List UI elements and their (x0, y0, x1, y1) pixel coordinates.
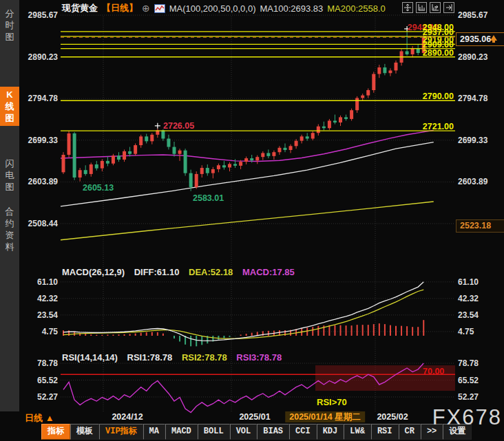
toolbar-item-[interactable]: 模板 (70, 424, 99, 440)
swing-high-annotation: 2726.05 (163, 121, 194, 131)
axis-label-right: 2794.78 (458, 94, 498, 103)
toolbar-item-macd[interactable]: MACD (165, 424, 198, 440)
sidebar-tab-char: 料 (0, 241, 19, 252)
sidebar-tab-char: K (0, 89, 19, 100)
axis-label-right: 2985.67 (458, 10, 498, 20)
svg-text:2890.00: 2890.00 (423, 48, 454, 58)
axis-label-left: 2603.89 (18, 177, 58, 186)
axis-label-left: 78.78 (18, 358, 58, 368)
brand-watermark: FX678 (432, 405, 502, 430)
toolbar-item-cr[interactable]: CR (399, 424, 421, 440)
macd-diff: DIFF:61.10 (134, 267, 180, 277)
sidebar-tab-char: 闪 (0, 158, 19, 169)
axis-label-right: 52.27 (458, 392, 498, 402)
axis-label-left: 23.54 (18, 310, 58, 320)
toolbar-item-cci[interactable]: CCI (289, 424, 317, 440)
time-tick: 2025/02 (377, 412, 408, 422)
rsi2-value: RSI2:78.78 (182, 352, 227, 363)
axis-label-left: 52.27 (18, 392, 58, 402)
macd-header: MACD(26,12,9) DIFF:61.10 DEA:52.18 MACD:… (62, 267, 302, 277)
sidebar: 分时图K线图闪电图合约资料 (0, 0, 19, 411)
axis-label-left: 2794.78 (18, 94, 58, 103)
sidebar-tab-char: 时 (0, 19, 19, 31)
axis-label-left: 42.32 (18, 294, 58, 303)
symbol-name: 现货黄金 (62, 2, 98, 14)
period-label[interactable]: 【日线】 (102, 2, 138, 14)
rsi-header: RSI(14,14,14) RSI1:78.78 RSI2:78.78 RSI3… (62, 352, 288, 363)
sidebar-tab-char: 资 (0, 229, 19, 241)
chart-legend: 现货黄金 【日线】 ⊕ MA(100,200,50,0,0,0) MA100:2… (62, 2, 386, 14)
axis-label-left: 2890.23 (18, 52, 58, 62)
sidebar-tab-char: 电 (0, 169, 19, 181)
macd-title: MACD(26,12,9) (62, 267, 125, 277)
price-alert-marker-icon[interactable] (490, 35, 497, 41)
sidebar-tab-char: 分 (0, 8, 19, 19)
pan-tool-icon[interactable] (402, 2, 413, 13)
axis-label-left: 65.52 (18, 376, 58, 385)
axis-label-right: 65.52 (458, 376, 498, 385)
axis-label-right: 2603.89 (458, 177, 498, 186)
toolbar-item-boll[interactable]: BOLL (198, 424, 230, 440)
rsi1-value: RSI1:78.78 (127, 352, 173, 363)
period-selector[interactable]: 日线 ▲ (25, 412, 54, 424)
svg-text:2721.00: 2721.00 (423, 122, 454, 131)
axis-label-left: 4.75 (18, 327, 58, 336)
axis-label-right: 78.78 (458, 358, 498, 368)
axis-label-right: 4.75 (458, 327, 498, 336)
toolbar-item-lw[interactable]: LW& (344, 424, 371, 440)
axis-label-right: 2699.33 (458, 136, 498, 145)
rsi-overbought-note: RSI>70 (317, 397, 347, 407)
sidebar-tab-char: 合 (0, 206, 19, 217)
toolbar-item-[interactable]: 指标 (41, 424, 70, 440)
scale-axis-right-icon[interactable] (430, 2, 441, 13)
snap-to-right-icon[interactable] (443, 2, 454, 13)
sidebar-tab-2[interactable]: K线图 (0, 87, 19, 126)
swing-low-annotation-2: 2583.01 (193, 193, 224, 203)
rsi3-value: RSI3:78.78 (236, 352, 282, 363)
svg-text:2790.00: 2790.00 (423, 92, 454, 101)
add-indicator-icon[interactable]: ⊕ (142, 3, 150, 14)
rsi-threshold-label: 70.00 (423, 367, 444, 376)
sidebar-tab-char: 图 (0, 31, 19, 43)
toolbar-item-rsi[interactable]: RSI (371, 424, 399, 440)
sidebar-tab-char: 约 (0, 217, 19, 229)
axis-label-left: 2508.44 (18, 219, 58, 228)
toolbar-item-bias[interactable]: BIAS (257, 424, 289, 440)
time-tick: 2024/12 (112, 412, 143, 422)
rsi-title: RSI(14,14,14) (62, 352, 118, 363)
ma200-value: MA200:2558.0 (327, 3, 386, 14)
time-axis: 日线 ▲ 2025/01/14 星期二 2024/122025/012025/0… (0, 412, 504, 423)
alert-price-box: 2523.18 (456, 219, 504, 233)
toolbar-item-vip[interactable]: VIP指标 (99, 424, 143, 440)
swing-low-annotation-1: 2605.13 (83, 183, 114, 193)
selected-date-label: 2025/01/14 星期二 (285, 411, 365, 422)
axis-label-left: 2699.33 (18, 136, 58, 145)
trading-app-window: 2948.002948.002937.002919.002909.002890.… (0, 0, 504, 441)
indicator-toolbar: 指标模板VIP指标MAMACDBOLLVOLBIASCCIKDJLW&RSICR… (41, 424, 472, 440)
axis-label-right: 23.54 (458, 310, 498, 320)
macd-value: MACD:17.85 (242, 267, 295, 277)
toolbar-item-kdj[interactable]: KDJ (317, 424, 344, 440)
axis-label-right: 2890.23 (458, 52, 498, 62)
toolbar-item-vol[interactable]: VOL (230, 424, 258, 440)
chart-window-controls (402, 2, 454, 13)
toolbar-item-ma[interactable]: MA (143, 424, 165, 440)
time-tick: 2025/01 (239, 412, 270, 422)
sidebar-tab-char: 图 (0, 181, 19, 193)
scale-axis-left-icon[interactable] (416, 2, 427, 13)
sidebar-tab-1[interactable]: 分时图 (0, 6, 19, 45)
sidebar-tab-char: 图 (0, 112, 19, 124)
axis-label-right: 42.32 (458, 294, 498, 303)
macd-dea: DEA:52.18 (189, 267, 233, 277)
indicator-icon (154, 4, 165, 13)
axis-label-left: 2985.67 (18, 10, 58, 20)
ma-settings: MA(100,200,50,0,0,0) (169, 3, 256, 14)
axis-label-left: 61.10 (18, 277, 58, 287)
ma100-value: MA100:2693.83 (260, 3, 323, 14)
sidebar-tab-3[interactable]: 闪电图 (0, 155, 19, 195)
sidebar-tab-4[interactable]: 合约资料 (0, 204, 19, 255)
sidebar-tab-char: 线 (0, 100, 19, 112)
axis-label-right: 61.10 (458, 277, 498, 287)
